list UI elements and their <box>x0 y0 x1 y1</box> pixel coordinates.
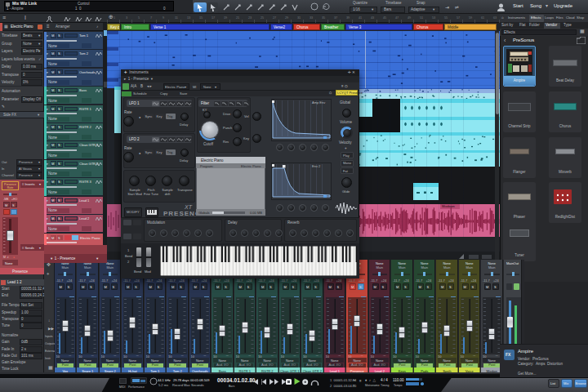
svg-text:55: 55 <box>444 16 448 20</box>
svg-text:47: 47 <box>395 16 399 20</box>
svg-text:37: 37 <box>334 16 337 20</box>
svg-text:7: 7 <box>150 16 152 20</box>
svg-text:25: 25 <box>261 16 264 20</box>
svg-text:15: 15 <box>199 16 203 20</box>
svg-text:35: 35 <box>322 16 325 20</box>
svg-text:41: 41 <box>359 16 362 20</box>
svg-text:33: 33 <box>310 16 313 20</box>
svg-text:63: 63 <box>493 16 497 20</box>
svg-text:45: 45 <box>383 16 386 20</box>
svg-text:29: 29 <box>285 16 288 20</box>
svg-text:53: 53 <box>432 16 435 20</box>
svg-text:59: 59 <box>469 16 472 20</box>
svg-text:11: 11 <box>175 16 178 20</box>
svg-text:23: 23 <box>248 16 252 20</box>
svg-text:39: 39 <box>346 16 350 20</box>
svg-text:3: 3 <box>126 16 127 20</box>
svg-text:21: 21 <box>236 16 239 20</box>
svg-text:5: 5 <box>138 16 140 20</box>
svg-text:27: 27 <box>273 16 276 20</box>
svg-text:61: 61 <box>481 16 484 20</box>
svg-text:31: 31 <box>297 16 301 20</box>
svg-text:57: 57 <box>457 16 460 20</box>
svg-text:19: 19 <box>224 16 227 20</box>
svg-text:51: 51 <box>420 16 423 20</box>
svg-text:13: 13 <box>187 16 190 20</box>
svg-text:9: 9 <box>163 16 164 20</box>
svg-text:1: 1 <box>114 16 115 20</box>
svg-text:49: 49 <box>408 16 411 20</box>
svg-text:43: 43 <box>371 16 374 20</box>
svg-text:17: 17 <box>212 16 215 20</box>
